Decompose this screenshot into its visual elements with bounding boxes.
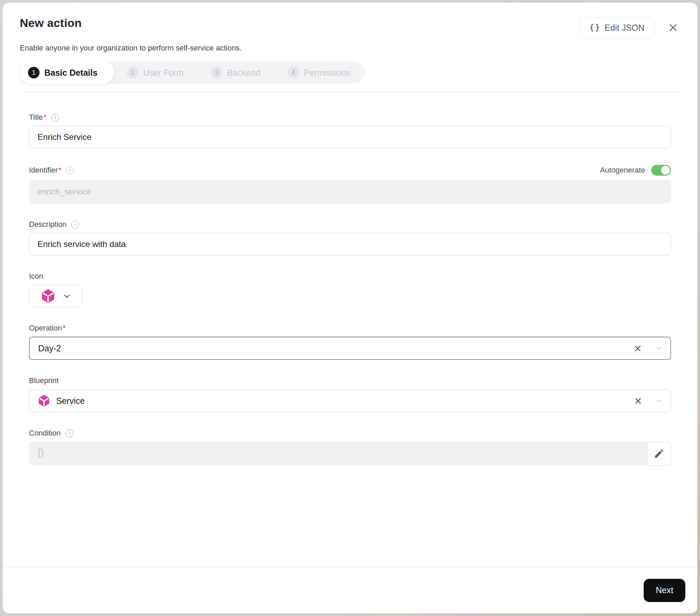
form-body: Title* i Identifier* i Autogenerate bbox=[3, 92, 697, 567]
condition-label: Condition bbox=[29, 429, 61, 438]
identifier-label: Identifier* bbox=[29, 166, 61, 175]
tab-basic-details[interactable]: 1 Basic Details bbox=[20, 61, 114, 84]
step-number-badge: 2 bbox=[127, 67, 138, 78]
toggle-knob bbox=[661, 166, 670, 175]
edit-json-button[interactable]: Edit JSON bbox=[579, 17, 654, 38]
modal-header: New action Edit JSON bbox=[3, 3, 697, 92]
step-number-badge: 1 bbox=[28, 67, 40, 78]
info-icon[interactable]: i bbox=[71, 221, 79, 228]
info-icon[interactable]: i bbox=[66, 166, 74, 174]
cube-icon bbox=[41, 289, 55, 303]
step-number-badge: 4 bbox=[288, 67, 299, 78]
operation-label: Operation* bbox=[29, 324, 65, 332]
required-asterisk: * bbox=[58, 166, 61, 174]
tab-backend[interactable]: 3 Backend bbox=[198, 61, 275, 84]
blueprint-field-group: Blueprint Service bbox=[29, 376, 671, 412]
chevron-down-icon bbox=[655, 344, 663, 352]
required-asterisk: * bbox=[44, 113, 47, 122]
operation-value: Day-2 bbox=[38, 343, 61, 353]
close-button[interactable] bbox=[666, 21, 680, 35]
description-label: Description bbox=[29, 220, 66, 229]
step-label: User Form bbox=[143, 68, 184, 78]
icon-field-group: Icon bbox=[29, 272, 671, 307]
title-field-group: Title* i bbox=[29, 113, 671, 148]
new-action-modal: New action Edit JSON bbox=[3, 3, 697, 613]
description-input[interactable] bbox=[29, 233, 671, 255]
autogenerate-label: Autogenerate bbox=[600, 166, 645, 175]
chevron-down-icon bbox=[63, 292, 71, 300]
tab-user-form[interactable]: 2 User Form bbox=[114, 61, 198, 84]
cube-icon bbox=[38, 395, 50, 407]
stepper: 1 Basic Details 2 User Form 3 Backend 4 … bbox=[20, 61, 365, 84]
step-label: Permissions bbox=[304, 68, 350, 78]
blueprint-select[interactable]: Service bbox=[29, 389, 671, 412]
blueprint-value: Service bbox=[56, 396, 85, 406]
condition-field-group: Condition i {} bbox=[29, 429, 671, 466]
step-label: Backend bbox=[227, 68, 260, 78]
operation-field-group: Operation* Day-2 bbox=[29, 324, 671, 360]
chevron-down-icon bbox=[655, 397, 663, 405]
required-asterisk: * bbox=[63, 324, 66, 332]
pencil-icon bbox=[654, 448, 664, 459]
screen-background: New action Edit JSON bbox=[0, 0, 700, 616]
description-field-group: Description i bbox=[29, 220, 671, 255]
icon-dropdown[interactable] bbox=[29, 285, 83, 307]
identifier-field-group: Identifier* i Autogenerate bbox=[29, 165, 671, 204]
page-title: New action bbox=[20, 16, 82, 30]
clear-icon[interactable] bbox=[632, 395, 644, 407]
icon-label: Icon bbox=[29, 272, 43, 281]
modal-footer: Next bbox=[3, 567, 697, 613]
operation-select[interactable]: Day-2 bbox=[29, 337, 671, 360]
step-number-badge: 3 bbox=[211, 67, 222, 78]
step-label: Basic Details bbox=[44, 68, 98, 78]
title-input[interactable] bbox=[29, 126, 671, 148]
condition-input: {} bbox=[29, 442, 671, 466]
modal-subtitle: Enable anyone in your organization to pe… bbox=[20, 44, 680, 52]
code-braces-icon bbox=[589, 23, 600, 33]
identifier-input bbox=[29, 180, 671, 204]
tab-permissions[interactable]: 4 Permissions bbox=[275, 61, 365, 84]
close-icon bbox=[668, 23, 678, 33]
info-icon[interactable]: i bbox=[65, 429, 73, 437]
info-icon[interactable]: i bbox=[51, 114, 59, 122]
clear-icon[interactable] bbox=[632, 342, 644, 354]
next-button[interactable]: Next bbox=[644, 579, 685, 602]
edit-condition-button[interactable] bbox=[647, 442, 671, 466]
title-label: Title* bbox=[29, 113, 46, 122]
condition-placeholder: {} bbox=[38, 447, 44, 458]
blueprint-label: Blueprint bbox=[29, 376, 59, 385]
edit-json-label: Edit JSON bbox=[604, 23, 645, 33]
autogenerate-toggle[interactable] bbox=[651, 165, 671, 176]
